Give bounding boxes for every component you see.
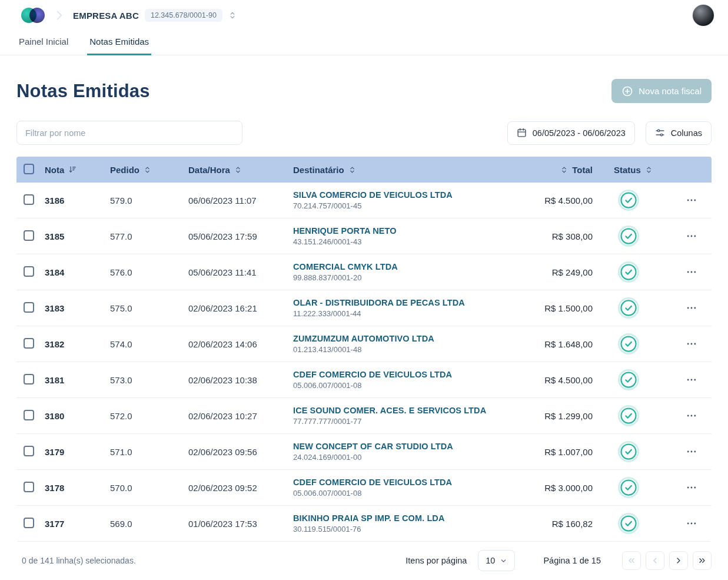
row-actions-button[interactable]: [682, 442, 701, 461]
destinatario-name[interactable]: BIKINHO PRAIA SP IMP. E COM. LDA: [293, 513, 541, 523]
status-cell: [602, 443, 672, 460]
destinatario-cell: OLAR - DISTRIBUIDORA DE PECAS LTDA 11.22…: [293, 298, 541, 318]
next-page-button[interactable]: [669, 551, 688, 570]
row-actions-button[interactable]: [682, 406, 701, 425]
column-header-total[interactable]: Total: [541, 165, 602, 175]
page-title: Notas Emitidas: [16, 81, 150, 102]
column-header-status[interactable]: Status: [602, 165, 672, 175]
company-tax-id-badge: 12.345.678/0001-90: [145, 9, 222, 22]
table-row: 3177 569.0 01/06/2023 17:53 BIKINHO PRAI…: [16, 506, 712, 542]
destinatario-name[interactable]: CDEF COMERCIO DE VEICULOS LTDA: [293, 370, 541, 379]
page-info: Página 1 de 15: [543, 556, 601, 565]
chevrons-up-down-icon: [560, 166, 568, 174]
total-cell: R$ 1.299,00: [541, 411, 602, 421]
row-actions-button[interactable]: [682, 370, 701, 389]
pedido-cell: 574.0: [110, 339, 188, 349]
column-header-datahora[interactable]: Data/Hora: [188, 165, 293, 175]
first-page-button[interactable]: [622, 551, 641, 570]
columns-button[interactable]: Colunas: [646, 121, 712, 145]
pagination: [622, 551, 712, 570]
row-checkbox[interactable]: [24, 482, 34, 492]
table-body: 3186 579.0 06/06/2023 11:07 SILVA COMERC…: [16, 183, 712, 542]
chevrons-up-down-icon: [144, 166, 151, 174]
destinatario-cnpj: 99.888.837/0001-20: [293, 273, 541, 282]
chevrons-up-down-icon: [645, 166, 653, 174]
status-check-circle-icon: [620, 443, 637, 460]
new-invoice-button[interactable]: Nova nota fiscal: [611, 79, 712, 103]
row-actions-button[interactable]: [682, 299, 701, 317]
row-actions-button[interactable]: [682, 191, 701, 210]
destinatario-cnpj: 05.006.007/0001-08: [293, 489, 541, 498]
previous-page-button[interactable]: [646, 551, 664, 570]
row-actions-button[interactable]: [682, 514, 701, 533]
destinatario-name[interactable]: ICE SOUND COMER. ACES. E SERVICOS LTDA: [293, 406, 541, 415]
destinatario-name[interactable]: COMERCIAL CMYK LTDA: [293, 262, 541, 271]
column-header-nota[interactable]: Nota: [45, 165, 110, 175]
filter-input[interactable]: [16, 121, 242, 145]
column-label: Total: [572, 165, 593, 175]
destinatario-cell: SILVA COMERCIO DE VEICULOS LTDA 70.214.7…: [293, 190, 541, 210]
items-per-page-select[interactable]: 10: [478, 550, 515, 571]
status-cell: [602, 515, 672, 532]
selection-count-text: 0 de 141 linha(s) selecionadas.: [16, 556, 136, 565]
company-name: EMPRESA ABC: [73, 11, 139, 21]
destinatario-name[interactable]: ZUMZUMZUM AUTOMOTIVO LTDA: [293, 334, 541, 343]
new-invoice-label: Nova nota fiscal: [639, 86, 702, 96]
tab-painel-inicial[interactable]: Painel Inicial: [16, 31, 71, 55]
row-checkbox[interactable]: [24, 266, 34, 277]
table-row: 3186 579.0 06/06/2023 11:07 SILVA COMERC…: [16, 183, 712, 218]
column-label: Status: [614, 165, 641, 175]
row-checkbox[interactable]: [24, 410, 34, 420]
row-checkbox[interactable]: [24, 374, 34, 385]
datahora-cell: 02/06/2023 10:38: [188, 375, 293, 385]
status-check-circle-icon: [620, 479, 637, 496]
destinatario-cnpj: 05.006.007/0001-08: [293, 381, 541, 390]
sort-desc-icon: [68, 165, 77, 174]
nota-cell: 3182: [45, 339, 110, 349]
total-cell: R$ 1.007,00: [541, 447, 602, 457]
select-all-checkbox[interactable]: [24, 164, 34, 174]
destinatario-name[interactable]: OLAR - DISTRIBUIDORA DE PECAS LTDA: [293, 298, 541, 307]
row-checkbox[interactable]: [24, 446, 34, 456]
table-row: 3183 575.0 02/06/2023 16:21 OLAR - DISTR…: [16, 290, 712, 326]
chevrons-up-down-icon: [348, 166, 356, 174]
chevrons-up-down-icon: [234, 166, 242, 174]
chevron-down-icon: [500, 557, 507, 565]
datahora-cell: 05/06/2023 17:59: [188, 231, 293, 241]
nota-cell: 3179: [45, 447, 110, 457]
nota-cell: 3186: [45, 195, 110, 206]
plus-circle-icon: [621, 85, 633, 97]
row-checkbox[interactable]: [24, 194, 34, 205]
column-header-pedido[interactable]: Pedido: [110, 165, 188, 175]
destinatario-cnpj: 30.119.515/0001-76: [293, 525, 541, 533]
datahora-cell: 02/06/2023 09:56: [188, 447, 293, 457]
column-header-destinatario[interactable]: Destinatário: [293, 165, 541, 175]
row-actions-button[interactable]: [682, 334, 701, 353]
company-selector[interactable]: EMPRESA ABC 12.345.678/0001-90: [73, 9, 237, 22]
row-checkbox[interactable]: [24, 302, 34, 313]
last-page-button[interactable]: [693, 551, 712, 570]
row-actions-button[interactable]: [682, 227, 701, 246]
row-checkbox[interactable]: [24, 230, 34, 241]
date-range-button[interactable]: 06/05/2023 - 06/06/2023: [507, 121, 635, 145]
destinatario-name[interactable]: CDEF COMERCIO DE VEICULOS LTDA: [293, 478, 541, 487]
destinatario-cnpj: 01.213.413/0001-48: [293, 345, 541, 354]
destinatario-cell: CDEF COMERCIO DE VEICULOS LTDA 05.006.00…: [293, 478, 541, 498]
row-actions-button[interactable]: [682, 478, 701, 497]
destinatario-name[interactable]: HENRIQUE PORTA NETO: [293, 226, 541, 236]
destinatario-cnpj: 43.151.246/0001-43: [293, 237, 541, 246]
main-tabs: Painel Inicial Notas Emitidas: [0, 31, 728, 55]
destinatario-name[interactable]: NEW CONCEPT OF CAR STUDIO LTDA: [293, 442, 541, 451]
row-checkbox[interactable]: [24, 338, 34, 349]
invoices-table: Nota Pedido Data/Hora Destinatário: [16, 157, 712, 542]
total-cell: R$ 3.000,00: [541, 483, 602, 493]
user-avatar[interactable]: [693, 5, 714, 26]
row-actions-button[interactable]: [682, 263, 701, 281]
top-bar: EMPRESA ABC 12.345.678/0001-90: [0, 0, 728, 31]
column-label: Data/Hora: [188, 165, 230, 175]
table-row: 3178 570.0 02/06/2023 09:52 CDEF COMERCI…: [16, 470, 712, 506]
tab-notas-emitidas[interactable]: Notas Emitidas: [87, 31, 151, 55]
pedido-cell: 571.0: [110, 447, 188, 457]
destinatario-name[interactable]: SILVA COMERCIO DE VEICULOS LTDA: [293, 190, 541, 200]
row-checkbox[interactable]: [24, 518, 34, 528]
